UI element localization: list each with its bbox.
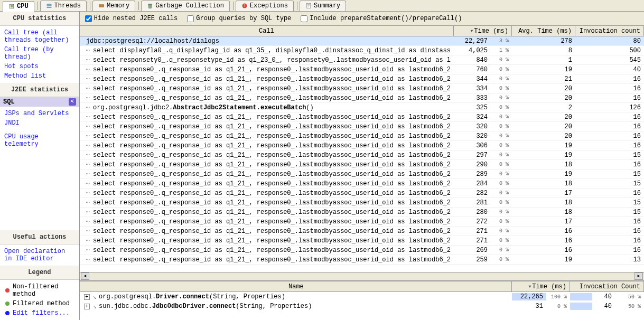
cell-avg: 19 bbox=[512, 142, 575, 149]
sidebar-link-telemetry[interactable]: CPU usage telemetry bbox=[4, 132, 75, 149]
table-row[interactable]: ⋯select response0_.q_response_id as q1_2… bbox=[80, 93, 644, 103]
sidebar-link[interactable]: Method list bbox=[4, 71, 75, 81]
cell-inv: 40 bbox=[570, 293, 615, 300]
th-call[interactable]: Call bbox=[80, 26, 454, 36]
cell-pct: 0 % bbox=[491, 162, 512, 167]
sidebar-link[interactable]: JNDI bbox=[4, 118, 75, 128]
th-time[interactable]: Time (ms) bbox=[454, 26, 512, 36]
cell-time: 344 bbox=[454, 76, 491, 83]
checkbox-hide-nested-input[interactable] bbox=[85, 15, 92, 22]
table-row[interactable]: ⋯select response0_.q_response_id as q1_2… bbox=[80, 141, 644, 150]
sidebar-link[interactable]: Hot spots bbox=[4, 62, 75, 71]
call-text: select responsety0_.q_responsetype_id as… bbox=[93, 57, 451, 64]
cell-time: 284 bbox=[454, 180, 491, 187]
call-text: select response0_.q_response_id as q1_21… bbox=[93, 85, 451, 92]
table-row[interactable]: ⋯select response0_.q_response_id as q1_2… bbox=[80, 227, 644, 236]
cell-time: 271 bbox=[454, 237, 491, 244]
sidebar-link[interactable]: JSPs and Servlets bbox=[4, 109, 75, 118]
cell-pct: 0 % bbox=[491, 124, 512, 129]
table-row[interactable]: ⋯select response0_.q_response_id as q1_2… bbox=[80, 74, 644, 84]
tab-cpu[interactable]: CPU bbox=[3, 1, 34, 12]
sidebar-link[interactable]: Call tree (by thread) bbox=[4, 45, 75, 62]
table-row[interactable]: ⋯select response0_.q_response_id as q1_2… bbox=[80, 170, 644, 179]
cell-avg: 16 bbox=[512, 237, 575, 244]
tab-threads[interactable]: Threads bbox=[40, 1, 87, 11]
cell-time: 333 bbox=[454, 95, 491, 102]
table-row[interactable]: ⋯select response0_.q_response_id as q1_2… bbox=[80, 208, 644, 217]
sidebar-item-label: SQL bbox=[3, 98, 15, 106]
expand-icon[interactable]: + bbox=[84, 294, 90, 300]
table-row[interactable]: ⋯select response0_.q_response_id as q1_2… bbox=[80, 65, 644, 74]
table-row[interactable]: ⋯select response0_.q_response_id as q1_2… bbox=[80, 189, 644, 198]
sidebar-item-sql[interactable]: SQL < bbox=[0, 97, 79, 107]
h-scrollbar[interactable]: ◄ ► bbox=[80, 272, 644, 280]
checkbox-group-queries-input[interactable] bbox=[187, 15, 194, 22]
table-row[interactable]: ⋯select responsety0_.q_responsetype_id a… bbox=[80, 55, 644, 65]
legend-dot-icon bbox=[4, 300, 11, 307]
cell-avg: 8 bbox=[512, 47, 575, 54]
tree-dash-icon: ⋯ bbox=[86, 65, 90, 73]
table-row[interactable]: ⋯select response0_.q_response_id as q1_2… bbox=[80, 160, 644, 170]
sidebar-link-open-decl[interactable]: Open declaration in IDE editor bbox=[4, 247, 75, 263]
th-inv[interactable]: Invocation Count bbox=[570, 281, 644, 291]
cell-avg: 19 bbox=[512, 152, 575, 159]
tab-summary[interactable]: Summary bbox=[300, 1, 346, 11]
legend-dot-icon bbox=[4, 287, 11, 294]
table-row[interactable]: ⋯org.postgresql.jdbc2.AbstractJdbc2State… bbox=[80, 103, 644, 112]
expand-icon[interactable]: + bbox=[84, 304, 90, 309]
table-row[interactable]: ⋯select response0_.q_response_id as q1_2… bbox=[80, 246, 644, 255]
table-row[interactable]: ⋯select response0_.q_response_id as q1_2… bbox=[80, 131, 644, 141]
th-time[interactable]: Time (ms) bbox=[512, 281, 570, 291]
table-row[interactable]: jdbc:postgresql://localhost/dialogs22,29… bbox=[80, 36, 644, 46]
checkbox-include-prepare-input[interactable] bbox=[301, 15, 307, 22]
table-row[interactable]: ⋯select response0_.q_response_id as q1_2… bbox=[80, 236, 644, 246]
table-row[interactable]: +↘org.postgresql.Driver.connect(String, … bbox=[80, 292, 644, 302]
checkbox-include-prepare[interactable]: Include prepareStatement()/prepareCall() bbox=[301, 15, 462, 22]
table-row[interactable]: ⋯select response0_.q_response_id as q1_2… bbox=[80, 84, 644, 93]
table-row[interactable]: ⋯select response0_.q_response_id as q1_2… bbox=[80, 198, 644, 208]
th-inv[interactable]: Invocation count bbox=[575, 26, 644, 36]
exception-icon: ! bbox=[241, 3, 248, 9]
cell-pct: 0 % bbox=[491, 190, 512, 196]
cell-inv: 15 bbox=[575, 180, 644, 187]
table-body[interactable]: jdbc:postgresql://localhost/dialogs22,29… bbox=[80, 36, 644, 272]
cell-time: 31 bbox=[512, 303, 546, 310]
tree-dash-icon: ⋯ bbox=[86, 170, 90, 178]
table-row[interactable]: ⋯select response0_.q_response_id as q1_2… bbox=[80, 150, 644, 160]
cell-pct: 0 % bbox=[491, 228, 512, 234]
tree-dash-icon: ⋯ bbox=[86, 237, 90, 244]
table-row[interactable]: ⋯select response0_.q_response_id as q1_2… bbox=[80, 122, 644, 131]
cell-time: 4,025 bbox=[454, 47, 491, 54]
section-legend-title: Legend bbox=[0, 266, 79, 280]
cell-time: 320 bbox=[454, 123, 491, 130]
cell-inv: 15 bbox=[575, 209, 644, 216]
table-row[interactable]: ⋯select displayfla0_.q_displayflag_id as… bbox=[80, 46, 644, 55]
cell-avg: 18 bbox=[512, 180, 575, 187]
table-row[interactable]: ⋯select response0_.q_response_id as q1_2… bbox=[80, 112, 644, 122]
cell-avg: 18 bbox=[512, 161, 575, 168]
call-text: select response0_.q_response_id as q1_21… bbox=[93, 66, 451, 73]
cell-pct: 0 % bbox=[491, 238, 512, 243]
checkbox-group-queries[interactable]: Group queries by SQL type bbox=[187, 15, 291, 22]
cell-inv: 545 bbox=[575, 57, 644, 64]
th-name[interactable]: Name bbox=[80, 281, 512, 291]
scroll-right-icon[interactable]: ► bbox=[634, 272, 643, 280]
table-row[interactable]: +↘sun.jdbc.odbc.JdbcOdbcDriver.connect(S… bbox=[80, 302, 644, 311]
tree-dash-icon: ⋯ bbox=[86, 84, 90, 92]
checkbox-hide-nested[interactable]: Hide nested J2EE calls bbox=[85, 15, 178, 22]
table-row[interactable]: ⋯select response0_.q_response_id as q1_2… bbox=[80, 217, 644, 227]
tab-memory[interactable]: Memory bbox=[92, 1, 135, 11]
table-row[interactable]: ⋯select response0_.q_response_id as q1_2… bbox=[80, 179, 644, 189]
back-badge-icon[interactable]: < bbox=[69, 98, 76, 106]
cell-pct: 3 % bbox=[491, 38, 512, 44]
tab-garbage-collection[interactable]: Garbage Collection bbox=[141, 1, 230, 11]
sidebar-link[interactable]: Call tree (all threads together) bbox=[4, 28, 75, 45]
cell-avg: 20 bbox=[512, 123, 575, 130]
legend-item[interactable]: Edit filters... bbox=[4, 308, 75, 318]
table-row[interactable]: ⋯select response0_.q_response_id as q1_2… bbox=[80, 255, 644, 265]
cell-time: 306 bbox=[454, 142, 491, 149]
tab-exceptions[interactable]: !Exceptions bbox=[236, 1, 294, 11]
call-text: org.postgresql.jdbc2.AbstractJdbc2Statem… bbox=[93, 104, 314, 111]
scroll-left-icon[interactable]: ◄ bbox=[81, 272, 89, 280]
th-avg[interactable]: Avg. Time (ms) bbox=[512, 26, 575, 36]
